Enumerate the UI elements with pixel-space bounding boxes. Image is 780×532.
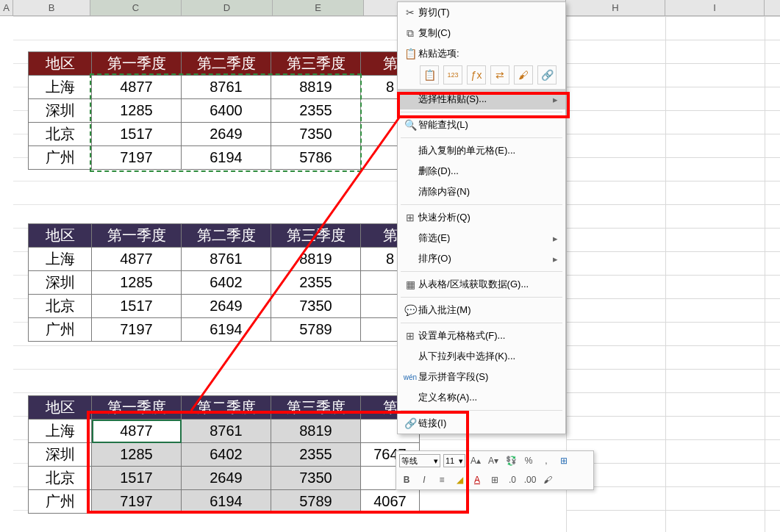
th-q1[interactable]: 第一季度 <box>92 396 182 420</box>
increase-decimal-button[interactable]: .00 <box>523 475 537 485</box>
table-row: 深圳1285640223557647 <box>29 443 420 467</box>
menu-filter[interactable]: 筛选(E)▸ <box>398 228 565 248</box>
table-row: 北京151726497350 <box>29 295 420 318</box>
menu-separator <box>401 112 562 112</box>
th-q1[interactable]: 第一季度 <box>92 224 182 248</box>
paste-option-values[interactable]: 123 <box>443 65 462 85</box>
menu-link[interactable]: 🔗链接(I) <box>398 413 565 434</box>
paste-option-all[interactable]: 📋 <box>420 65 439 85</box>
table-row: 广州719761945786 <box>29 146 420 170</box>
format-painter-button[interactable]: 🖌 <box>540 475 555 485</box>
mini-toolbar: 等线▾ 11▾ A▴ A▾ 💱 % , ⊞ B I ≡ ◢ A ⊞ .0 .00… <box>396 450 594 490</box>
menu-format-cells[interactable]: ⊞设置单元格格式(F)... <box>398 326 565 346</box>
font-name-combo[interactable]: 等线▾ <box>399 454 440 467</box>
phonetic-icon: wén <box>402 373 418 381</box>
font-size-combo[interactable]: 11▾ <box>443 454 465 467</box>
menu-copy[interactable]: ⧉复制(C) <box>398 23 565 43</box>
paste-option-formatting[interactable]: 🖌 <box>514 65 533 85</box>
th-q1[interactable]: 第一季度 <box>92 52 182 76</box>
increase-font-button[interactable]: A▴ <box>468 456 483 466</box>
th-region[interactable]: 地区 <box>29 52 92 76</box>
col-header-E[interactable]: E <box>273 0 364 15</box>
th-region[interactable]: 地区 <box>29 396 92 420</box>
menu-smart-lookup[interactable]: 🔍智能查找(L) <box>398 115 565 135</box>
menu-separator <box>401 323 562 323</box>
format-icon: ⊞ <box>402 330 418 342</box>
th-q2[interactable]: 第二季度 <box>182 396 271 420</box>
table-3: 地区 第一季度 第二季度 第三季度 第 上海487787618819 深圳128… <box>28 395 420 514</box>
clipboard-icon: 📋 <box>402 48 418 60</box>
chevron-down-icon: ▾ <box>459 456 463 466</box>
menu-separator <box>401 271 562 272</box>
chevron-down-icon: ▾ <box>434 456 438 466</box>
accounting-format-button[interactable]: 💱 <box>504 456 518 466</box>
col-header-A[interactable]: A <box>0 0 13 15</box>
decrease-decimal-button[interactable]: .0 <box>505 475 520 485</box>
menu-delete[interactable]: 删除(D)... <box>398 161 565 181</box>
th-q3[interactable]: 第三季度 <box>271 396 361 420</box>
fill-color-button[interactable]: ◢ <box>452 475 467 485</box>
menu-separator <box>401 410 562 411</box>
italic-button[interactable]: I <box>417 475 432 485</box>
menu-get-data[interactable]: ▦从表格/区域获取数据(G)... <box>398 274 565 295</box>
menu-separator <box>401 204 562 205</box>
menu-define-name[interactable]: 定义名称(A)... <box>398 387 565 408</box>
col-header-D[interactable]: D <box>182 0 273 15</box>
th-q3[interactable]: 第三季度 <box>271 52 361 76</box>
table-row: 北京151726497350 <box>29 467 420 490</box>
comment-icon: 💬 <box>402 304 418 316</box>
borders-button[interactable]: ⊞ <box>487 475 502 485</box>
bold-button[interactable]: B <box>399 475 414 485</box>
paste-options-row: 📋 123 ƒx ⇄ 🖌 🔗 <box>398 64 565 89</box>
col-header-H[interactable]: H <box>566 0 665 15</box>
table-1: 地区 第一季度 第二季度 第三季度 第 上海4877876188198 深圳12… <box>28 51 420 170</box>
table-row: 上海4877876188198 <box>29 76 420 99</box>
decrease-font-button[interactable]: A▾ <box>486 456 501 466</box>
percent-button[interactable]: % <box>521 456 536 466</box>
menu-paste-special[interactable]: 选择性粘贴(S)...▸ <box>398 89 565 109</box>
col-header-C[interactable]: C <box>90 0 182 15</box>
menu-clear[interactable]: 清除内容(N) <box>398 181 565 202</box>
table-row: 上海487787618819 <box>29 420 420 443</box>
table-row: 上海4877876188198 <box>29 248 420 271</box>
quick-analysis-icon: ⊞ <box>402 212 418 223</box>
menu-sort[interactable]: 排序(O)▸ <box>398 248 565 269</box>
table-icon: ▦ <box>402 278 418 290</box>
search-icon: 🔍 <box>402 119 418 131</box>
menu-insert-copied[interactable]: 插入复制的单元格(E)... <box>398 140 565 161</box>
scissors-icon: ✂ <box>402 7 418 18</box>
link-icon: 🔗 <box>402 417 418 429</box>
copy-icon: ⧉ <box>402 27 418 40</box>
th-q3[interactable]: 第三季度 <box>271 224 361 248</box>
menu-paste-options-label: 📋粘贴选项: <box>398 43 565 64</box>
col-header-I[interactable]: I <box>665 0 765 15</box>
paste-option-transpose[interactable]: ⇄ <box>490 65 509 85</box>
table-row: 广州7197619457894067 <box>29 490 420 514</box>
paste-option-formula[interactable]: ƒx <box>467 65 486 85</box>
col-header-B[interactable]: B <box>13 0 90 15</box>
column-headers: A B C D E H I <box>0 0 780 16</box>
align-button[interactable]: ≡ <box>434 475 449 485</box>
th-q2[interactable]: 第二季度 <box>182 52 271 76</box>
table-row: 深圳128564022355 <box>29 271 420 295</box>
table-row: 广州719761945789 <box>29 318 420 342</box>
paste-option-link[interactable]: 🔗 <box>537 65 557 85</box>
chevron-right-icon: ▸ <box>553 94 558 105</box>
comma-button[interactable]: , <box>539 456 554 466</box>
menu-quick-analysis[interactable]: ⊞快速分析(Q) <box>398 207 565 228</box>
menu-phonetic[interactable]: wén显示拼音字段(S) <box>398 367 565 387</box>
cond-format-button[interactable]: ⊞ <box>557 456 571 466</box>
font-color-button[interactable]: A <box>470 475 484 485</box>
menu-insert-comment[interactable]: 💬插入批注(M) <box>398 300 565 320</box>
menu-separator <box>401 297 562 298</box>
menu-pick-from-list[interactable]: 从下拉列表中选择(K)... <box>398 346 565 367</box>
th-q2[interactable]: 第二季度 <box>182 224 271 248</box>
menu-separator <box>401 137 562 138</box>
table-row: 北京151726497350 <box>29 123 420 146</box>
chevron-right-icon: ▸ <box>553 254 558 265</box>
table-row: 深圳128564002355 <box>29 99 420 123</box>
th-region[interactable]: 地区 <box>29 224 92 248</box>
table-2: 地区 第一季度 第二季度 第三季度 第 上海4877876188198 深圳12… <box>28 223 420 342</box>
menu-cut[interactable]: ✂剪切(T) <box>398 2 565 23</box>
grid-right <box>566 16 780 532</box>
